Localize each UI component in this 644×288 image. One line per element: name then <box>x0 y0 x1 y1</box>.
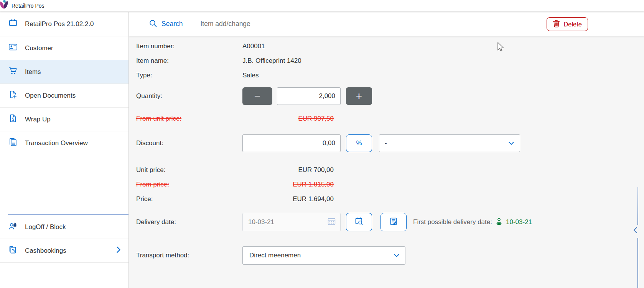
customer-card-icon <box>8 42 18 54</box>
delivery-date-value: 10-03-21 <box>248 218 274 226</box>
transport-method-select[interactable]: Direct meenemen <box>242 246 405 265</box>
from-price-value: EUR 1.815,00 <box>242 180 334 190</box>
from-unit-price-label: From unit price: <box>136 114 181 124</box>
type-value: Sales <box>242 70 259 80</box>
sidebar-item-label: Cashbookings <box>25 247 66 255</box>
item-number-label: Item number: <box>136 41 175 51</box>
sidebar-item-label: Transaction Overview <box>25 139 88 147</box>
chevron-right-icon <box>116 246 121 255</box>
sidebar-item-label: Customer <box>25 44 53 52</box>
cart-icon <box>8 66 18 78</box>
trash-icon <box>553 20 560 29</box>
sidebar-item-label: LogOff / Block <box>25 223 66 231</box>
price-value: EUR 1.694,00 <box>242 194 334 204</box>
quantity-increase-button[interactable]: + <box>346 87 372 105</box>
chevron-down-icon <box>394 252 400 259</box>
sidebar-item-wrap-up[interactable]: $ Wrap Up <box>0 108 128 131</box>
first-possible-delivery-label: First possible delivery date: <box>413 218 492 226</box>
window-titlebar: RetailPro Pos <box>0 0 644 11</box>
discount-input[interactable] <box>242 134 341 152</box>
sidebar-item-logoff-block[interactable]: LogOff / Block <box>0 215 128 239</box>
main-header: Search Item add/change Delete <box>129 12 644 36</box>
sidebar-item-transaction-overview[interactable]: Transaction Overview <box>0 131 128 155</box>
search-label: Search <box>161 20 183 28</box>
sidebar-item-label: Open Documents <box>25 92 76 100</box>
notepad-icon <box>389 217 398 227</box>
type-label: Type: <box>136 70 152 80</box>
calendar-lookup-button[interactable] <box>346 213 372 231</box>
document-add-icon <box>8 90 18 101</box>
calendar-icon <box>328 218 336 227</box>
item-name-label: Item name: <box>136 56 169 66</box>
delete-button[interactable]: Delete <box>547 17 588 31</box>
sidebar: RetailPro Pos 21.02.2.0 Customer <box>0 12 129 288</box>
user-lock-icon <box>8 221 18 233</box>
transport-method-value: Direct meenemen <box>249 252 301 259</box>
sidebar-item-version[interactable]: RetailPro Pos 21.02.2.0 <box>0 12 128 36</box>
from-price-label: From price: <box>136 180 169 190</box>
chevron-down-icon <box>508 139 514 147</box>
panel-splitter[interactable] <box>637 187 638 225</box>
delivery-date-input: 10-03-21 <box>242 213 341 231</box>
retailpro-pos-window: RetailPro Pos RetailPro Pos 21.02.2.0 <box>0 0 644 288</box>
discount-label: Discount: <box>136 138 163 148</box>
item-number-value: A00001 <box>242 41 265 51</box>
svg-text:$: $ <box>13 249 15 253</box>
item-form: Item number: A00001 Item name: J.B. Offi… <box>129 36 644 288</box>
sidebar-footer: LogOff / Block $ Cashbookings <box>0 214 128 263</box>
sidebar-item-customer[interactable]: Customer <box>0 36 128 60</box>
first-possible-delivery: First possible delivery date: 10-03-21 <box>413 213 532 231</box>
quantity-label: Quantity: <box>136 91 162 101</box>
discount-type-value: - <box>385 139 387 147</box>
discount-type-select[interactable]: - <box>379 134 520 152</box>
search-button[interactable]: Search <box>148 19 183 29</box>
sidebar-item-label: RetailPro Pos 21.02.2.0 <box>25 20 94 28</box>
sidebar-item-items[interactable]: Items <box>0 60 128 84</box>
delivery-date-label: Delivery date: <box>136 217 176 227</box>
quantity-decrease-button[interactable]: − <box>242 87 272 105</box>
price-label: Price: <box>136 194 153 204</box>
unit-price-label: Unit price: <box>136 165 166 175</box>
document-money-icon: $ <box>8 113 18 125</box>
search-icon <box>148 19 158 29</box>
unit-price-value: EUR 700,00 <box>242 165 334 175</box>
first-possible-delivery-value: 10-03-21 <box>506 218 532 226</box>
app-logo-icon <box>0 0 9 11</box>
page-title: Item add/change <box>200 20 250 28</box>
from-unit-price-value: EUR 907,50 <box>242 114 334 124</box>
sidebar-item-label: Wrap Up <box>25 116 51 123</box>
quantity-input[interactable] <box>277 87 341 105</box>
chevron-left-icon[interactable] <box>633 227 638 235</box>
window-title: RetailPro Pos <box>12 3 44 9</box>
item-name-value: J.B. Officeprint 1420 <box>242 56 301 66</box>
sidebar-item-label: Items <box>25 68 41 76</box>
delivery-notes-button[interactable] <box>380 213 407 231</box>
discount-percent-button[interactable]: % <box>346 134 372 152</box>
sidebar-item-cashbookings[interactable]: $ Cashbookings <box>0 239 128 263</box>
panel-splitter[interactable] <box>637 238 638 288</box>
pos-terminal-icon <box>8 18 18 30</box>
documents-overview-icon <box>8 137 18 149</box>
delivery-person-icon <box>496 218 502 227</box>
delete-button-label: Delete <box>563 21 582 28</box>
sidebar-item-open-documents[interactable]: Open Documents <box>0 84 128 108</box>
transport-method-label: Transport method: <box>136 250 189 260</box>
svg-text:$: $ <box>12 117 14 121</box>
cash-documents-icon: $ <box>8 245 18 257</box>
calendar-search-icon <box>354 217 364 228</box>
